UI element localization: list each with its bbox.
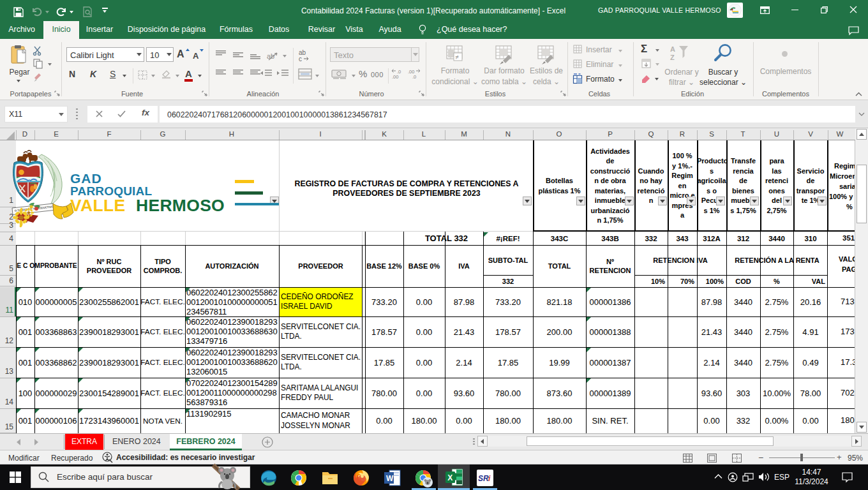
svg-text:i: i bbox=[488, 474, 491, 483]
svg-text:GAD: GAD bbox=[70, 171, 102, 186]
svg-text:.00: .00 bbox=[392, 74, 398, 80]
svg-text:HERMOSO: HERMOSO bbox=[136, 196, 225, 215]
svg-text:c: c bbox=[299, 56, 302, 63]
svg-text:VALLE: VALLE bbox=[70, 196, 125, 215]
svg-text:Z: Z bbox=[670, 54, 675, 61]
svg-text:X: X bbox=[447, 473, 453, 482]
svg-text:W: W bbox=[386, 474, 394, 483]
svg-text:.0: .0 bbox=[412, 74, 416, 80]
svg-text:SR: SR bbox=[478, 474, 489, 483]
svg-text:A: A bbox=[670, 45, 675, 53]
svg-text:≠: ≠ bbox=[456, 54, 460, 61]
